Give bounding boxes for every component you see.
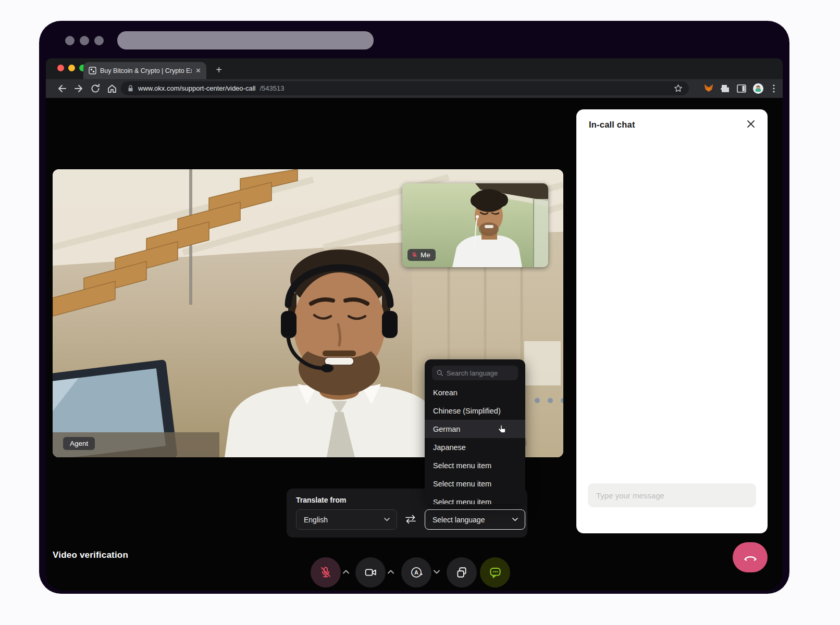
- swap-arrows-icon: [404, 515, 417, 524]
- device-dot-3: [94, 36, 104, 45]
- screenshot-canvas: Buy Bitcoin & Crypto | Crypto Ex ✕ +: [0, 0, 840, 625]
- language-list: Korean Chinese (Simplified) German Japan…: [425, 383, 525, 504]
- device-titlebar-pill: [117, 31, 374, 49]
- copy-icon: [455, 566, 468, 579]
- tab-title: Buy Bitcoin & Crypto | Crypto Ex: [100, 67, 192, 74]
- chat-bubble-icon: [489, 566, 502, 579]
- me-label: Me: [421, 251, 430, 259]
- search-icon: [436, 369, 443, 377]
- end-call-button[interactable]: [733, 542, 768, 572]
- window-close-button[interactable]: [57, 65, 64, 71]
- translate-from-label: Translate from: [296, 496, 346, 504]
- device-titlebar: [39, 21, 789, 58]
- page-title: Video verification: [53, 550, 128, 560]
- chat-panel-title: In-call chat: [589, 120, 635, 130]
- browser-toolbar: www.okx.com/support-center/video-call/54…: [46, 79, 783, 98]
- language-search-box[interactable]: [432, 366, 518, 380]
- svg-text:A: A: [414, 569, 418, 576]
- copy-button[interactable]: [447, 557, 477, 588]
- tab-close-icon[interactable]: ✕: [195, 67, 201, 74]
- device-dot-1: [65, 36, 75, 45]
- language-option-german-label: German: [433, 425, 460, 433]
- camera-icon: [364, 567, 377, 578]
- chevron-down-icon: [384, 517, 390, 522]
- url-text: www.okx.com/support-center/video-call: [138, 84, 255, 92]
- auto-translate-button[interactable]: A: [401, 557, 431, 588]
- camera-options-chevron-up[interactable]: [387, 569, 394, 574]
- agent-label-chip: Agent: [63, 437, 95, 450]
- okx-favicon: [89, 67, 96, 74]
- me-label-chip: Me: [407, 249, 436, 261]
- translate-source-select[interactable]: English: [296, 509, 397, 530]
- mic-off-icon: [319, 566, 332, 579]
- language-option-chinese-simplified[interactable]: Chinese (Simplified): [425, 402, 525, 420]
- camera-button[interactable]: [355, 557, 386, 588]
- profile-avatar[interactable]: [752, 83, 764, 94]
- page-content: Agent: [46, 98, 783, 591]
- browser-tab[interactable]: Buy Bitcoin & Crypto | Crypto Ex ✕: [83, 62, 206, 79]
- new-tab-button[interactable]: +: [212, 63, 226, 77]
- forward-icon[interactable]: [73, 83, 84, 94]
- language-option-korean[interactable]: Korean: [425, 383, 525, 402]
- language-option-japanese[interactable]: Japanese: [425, 438, 525, 456]
- mic-options-chevron-up[interactable]: [342, 569, 350, 574]
- back-icon[interactable]: [56, 83, 68, 94]
- device-frame: Buy Bitcoin & Crypto | Crypto Ex ✕ +: [39, 21, 789, 594]
- translate-target-select[interactable]: Select language: [425, 509, 525, 530]
- language-search-input[interactable]: [447, 369, 509, 377]
- url-id-text: /543513: [260, 84, 284, 92]
- translate-source-value: English: [304, 516, 384, 524]
- translate-target-value: Select language: [433, 516, 512, 524]
- extensions-icon[interactable]: [720, 83, 731, 94]
- side-panel-icon[interactable]: [736, 83, 747, 94]
- chat-message-input[interactable]: [588, 483, 756, 507]
- browser-window: Buy Bitcoin & Crypto | Crypto Ex ✕ +: [46, 58, 783, 591]
- self-video-thumbnail: Me: [402, 183, 548, 267]
- chat-close-icon[interactable]: [746, 119, 756, 129]
- reload-icon[interactable]: [90, 83, 101, 94]
- lock-icon: [127, 84, 134, 92]
- language-option-german[interactable]: German: [425, 420, 525, 438]
- language-dropdown: Korean Chinese (Simplified) German Japan…: [425, 359, 525, 504]
- window-minimize-button[interactable]: [68, 65, 75, 71]
- device-dot-2: [80, 36, 89, 45]
- in-call-chat-panel: In-call chat: [576, 109, 768, 533]
- metamask-icon[interactable]: [703, 83, 714, 94]
- overflow-menu-icon[interactable]: [768, 83, 780, 94]
- translate-options-chevron-down[interactable]: [433, 569, 440, 574]
- address-bar[interactable]: www.okx.com/support-center/video-call/54…: [121, 81, 689, 95]
- auto-translate-icon: A: [410, 566, 423, 579]
- language-option-placeholder-1[interactable]: Select menu item: [425, 456, 525, 474]
- mute-microphone-button[interactable]: [311, 557, 341, 588]
- home-icon[interactable]: [106, 83, 118, 94]
- agent-label: Agent: [70, 440, 88, 447]
- chat-toggle-button[interactable]: [480, 557, 510, 588]
- bookmark-star-icon[interactable]: [674, 84, 683, 93]
- language-option-placeholder-2[interactable]: Select menu item: [425, 474, 525, 493]
- tab-strip: Buy Bitcoin & Crypto | Crypto Ex ✕ +: [46, 58, 783, 79]
- language-option-placeholder-3[interactable]: Select menu item: [425, 493, 525, 504]
- mic-off-small-icon: [411, 251, 418, 259]
- end-call-icon: [743, 552, 758, 562]
- chevron-down-icon: [512, 517, 518, 522]
- hand-pointer-cursor: [498, 424, 507, 435]
